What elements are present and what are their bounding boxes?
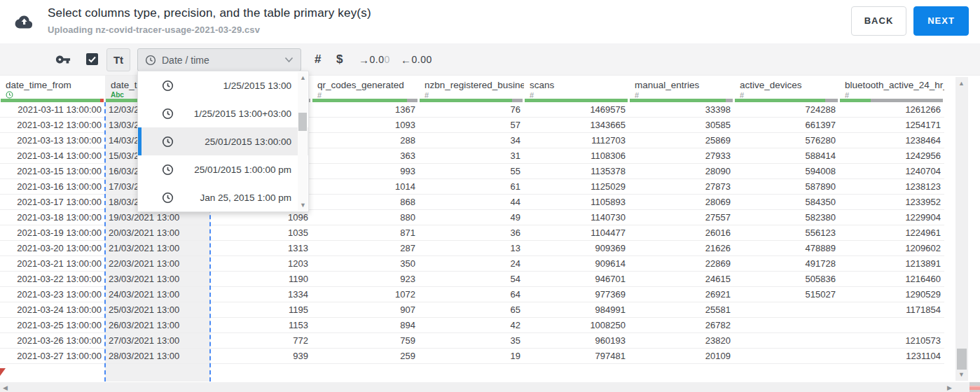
table-cell[interactable]: 939 [210, 349, 312, 363]
table-cell[interactable]: 49 [419, 210, 524, 225]
table-cell[interactable]: 22869 [629, 256, 734, 271]
scroll-up-icon[interactable]: ▲ [958, 80, 965, 87]
table-cell[interactable]: 984991 [524, 302, 629, 317]
table-cell[interactable]: 31 [419, 148, 524, 163]
increase-decimal-button[interactable]: →0.00 [359, 43, 390, 76]
text-type-button[interactable]: Tt [106, 48, 130, 71]
table-cell[interactable]: 30585 [629, 118, 734, 132]
table-cell[interactable]: 2021-03-11 13:00:00 [0, 102, 105, 117]
table-cell[interactable]: 1135378 [524, 164, 629, 178]
table-cell[interactable] [839, 318, 944, 332]
table-cell[interactable]: 28/03/2021 13:00 [105, 349, 210, 363]
currency-type-button[interactable]: $ [336, 43, 343, 76]
table-cell[interactable] [734, 349, 839, 363]
table-cell[interactable]: 27933 [629, 148, 734, 163]
table-cell[interactable]: 1367 [312, 102, 419, 117]
table-cell[interactable]: 20/03/2021 13:00 [105, 225, 210, 240]
date-format-option-selected[interactable]: 25/01/2015 13:00:00 [138, 127, 308, 155]
table-cell[interactable]: 505836 [734, 272, 839, 286]
scroll-down-icon[interactable]: ▼ [958, 371, 965, 378]
table-cell[interactable]: 1105893 [524, 195, 629, 209]
column-header-manual_entries[interactable]: manual_entries# [629, 76, 734, 102]
table-cell[interactable]: 2021-03-13 13:00:00 [0, 133, 105, 148]
table-cell[interactable]: 76 [419, 102, 524, 117]
table-cell[interactable]: 44 [419, 195, 524, 209]
table-cell[interactable]: 946701 [524, 272, 629, 286]
table-cell[interactable]: 1203 [210, 256, 312, 271]
column-header-qr_codes_generated[interactable]: qr_codes_generated# [312, 76, 419, 102]
table-cell[interactable]: 1093 [312, 118, 419, 132]
table-cell[interactable]: 1213891 [839, 256, 944, 271]
table-cell[interactable]: 55 [419, 164, 524, 178]
table-cell[interactable]: 24/03/2021 13:00 [105, 287, 210, 302]
table-cell[interactable]: 2021-03-25 13:00:00 [0, 318, 105, 332]
table-cell[interactable]: 1254171 [839, 118, 944, 132]
table-cell[interactable]: 1014 [312, 179, 419, 194]
table-cell[interactable]: 25/03/2021 13:00 [105, 302, 210, 317]
table-cell[interactable]: 1233952 [839, 195, 944, 209]
table-cell[interactable]: 24 [419, 256, 524, 271]
boolean-type-checkbox[interactable] [86, 53, 98, 65]
column-header-date_time_from[interactable]: date_time_from [0, 76, 105, 102]
table-cell[interactable]: 923 [312, 272, 419, 286]
date-format-option[interactable]: 1/25/2015 13:00 [138, 71, 308, 99]
table-cell[interactable]: 2021-03-22 13:00:00 [0, 272, 105, 286]
table-cell[interactable]: 350 [312, 256, 419, 271]
column-header-active_devices[interactable]: active_devices# [734, 76, 839, 102]
table-cell[interactable]: 26921 [629, 287, 734, 302]
table-cell[interactable]: 724288 [734, 102, 839, 117]
table-cell[interactable]: 1242956 [839, 148, 944, 163]
table-cell[interactable]: 1140730 [524, 210, 629, 225]
table-cell[interactable]: 556123 [734, 225, 839, 240]
date-format-option[interactable]: Jan 25, 2015 1:00 pm [138, 183, 308, 211]
table-cell[interactable]: 880 [312, 210, 419, 225]
table-cell[interactable]: 588414 [734, 148, 839, 163]
table-cell[interactable]: 1190 [210, 272, 312, 286]
table-cell[interactable]: 22/03/2021 13:00 [105, 256, 210, 271]
column-header-scans[interactable]: scans# [524, 76, 629, 102]
table-cell[interactable]: 20109 [629, 349, 734, 363]
table-cell[interactable]: 907 [312, 302, 419, 317]
table-cell[interactable]: 27557 [629, 210, 734, 225]
table-cell[interactable]: 25869 [629, 133, 734, 148]
table-cell[interactable]: 1290529 [839, 287, 944, 302]
next-button[interactable]: NEXT [913, 6, 969, 36]
table-cell[interactable]: 2021-03-21 13:00:00 [0, 256, 105, 271]
table-cell[interactable]: 1108306 [524, 148, 629, 163]
table-cell[interactable]: 33398 [629, 102, 734, 117]
table-cell[interactable]: 65 [419, 302, 524, 317]
table-cell[interactable]: 1238123 [839, 179, 944, 194]
table-cell[interactable]: 772 [210, 333, 312, 348]
scroll-up-icon[interactable]: ▲ [300, 74, 306, 81]
table-cell[interactable]: 2021-03-16 13:00:00 [0, 179, 105, 194]
table-cell[interactable]: 1229904 [839, 210, 944, 225]
table-cell[interactable]: 1125029 [524, 179, 629, 194]
table-cell[interactable]: 2021-03-18 13:00:00 [0, 210, 105, 225]
table-cell[interactable]: 587890 [734, 179, 839, 194]
table-cell[interactable]: 871 [312, 225, 419, 240]
table-cell[interactable]: 1469575 [524, 102, 629, 117]
table-cell[interactable]: 515027 [734, 287, 839, 302]
table-cell[interactable]: 1153 [210, 318, 312, 332]
table-cell[interactable]: 1334 [210, 287, 312, 302]
table-cell[interactable]: 1216460 [839, 272, 944, 286]
table-cell[interactable]: 363 [312, 148, 419, 163]
table-cell[interactable]: 960193 [524, 333, 629, 348]
table-cell[interactable]: 61 [419, 179, 524, 194]
table-cell[interactable]: 36 [419, 225, 524, 240]
table-cell[interactable]: 1209602 [839, 241, 944, 255]
table-cell[interactable]: 1313 [210, 241, 312, 255]
table-cell[interactable]: 2021-03-20 13:00:00 [0, 241, 105, 255]
table-cell[interactable]: 2021-03-23 13:00:00 [0, 287, 105, 302]
back-button[interactable]: BACK [851, 6, 906, 36]
table-cell[interactable]: 1171854 [839, 302, 944, 317]
primary-key-icon[interactable] [55, 43, 71, 76]
table-cell[interactable]: 2021-03-27 13:00:00 [0, 349, 105, 363]
table-cell[interactable]: 909614 [524, 256, 629, 271]
table-cell[interactable]: 1343665 [524, 118, 629, 132]
decrease-decimal-button[interactable]: ←0.00 [401, 43, 432, 76]
horizontal-scrollbar[interactable]: ◀ ▶ [0, 382, 969, 392]
table-cell[interactable]: 1008250 [524, 318, 629, 332]
date-format-option[interactable]: 1/25/2015 13:00+03:00 [138, 99, 308, 127]
table-cell[interactable]: 2021-03-24 13:00:00 [0, 302, 105, 317]
